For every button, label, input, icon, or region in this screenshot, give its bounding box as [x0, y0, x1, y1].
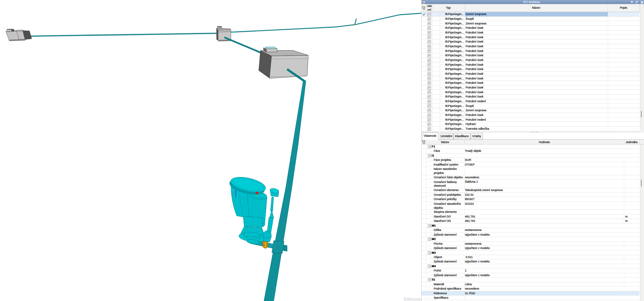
svg-text:BIMvision: BIMvision	[404, 297, 421, 301]
